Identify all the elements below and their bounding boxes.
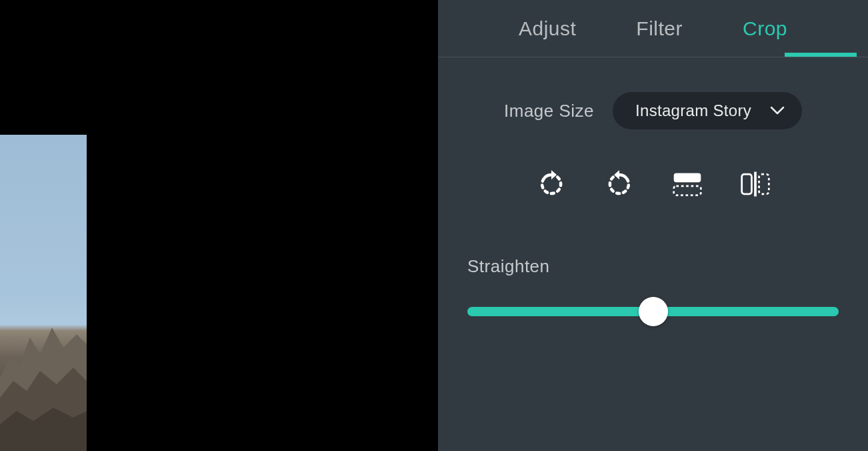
flip-vertical-button[interactable] xyxy=(739,168,771,200)
straighten-slider[interactable] xyxy=(467,297,839,326)
rotate-right-button[interactable] xyxy=(603,168,635,200)
rotate-left-button[interactable] xyxy=(535,168,567,200)
svg-rect-9 xyxy=(759,174,769,194)
image-preview[interactable] xyxy=(0,135,87,451)
chevron-down-icon xyxy=(770,106,785,115)
flip-horizontal-button[interactable] xyxy=(671,168,703,200)
mountain-graphic xyxy=(0,318,87,451)
flip-horizontal-icon xyxy=(671,169,703,199)
straighten-label: Straighten xyxy=(467,256,839,277)
rotate-right-icon xyxy=(605,169,634,199)
svg-marker-4 xyxy=(614,170,619,179)
tab-adjust[interactable]: Adjust xyxy=(519,17,576,40)
straighten-block: Straighten xyxy=(467,256,839,326)
tab-underline xyxy=(785,53,857,57)
tab-filter[interactable]: Filter xyxy=(636,17,683,40)
transform-tool-row xyxy=(467,168,839,200)
svg-marker-3 xyxy=(551,170,557,179)
crop-controls: Image Size Instagram Story xyxy=(438,57,868,326)
svg-rect-8 xyxy=(741,174,751,194)
image-size-value: Instagram Story xyxy=(635,101,751,120)
tabs-bar: Adjust Filter Crop xyxy=(438,0,868,57)
svg-rect-7 xyxy=(754,172,757,197)
image-size-dropdown[interactable]: Instagram Story xyxy=(613,92,802,129)
flip-vertical-icon xyxy=(739,169,771,199)
canvas-area xyxy=(0,0,438,451)
edit-side-panel: Adjust Filter Crop Image Size Instagram … xyxy=(438,0,868,451)
image-size-label: Image Size xyxy=(504,101,594,121)
rotate-left-icon xyxy=(537,169,566,199)
svg-rect-5 xyxy=(673,173,701,182)
svg-rect-6 xyxy=(673,186,701,195)
tab-crop[interactable]: Crop xyxy=(743,17,787,40)
image-size-row: Image Size Instagram Story xyxy=(467,92,839,129)
slider-thumb[interactable] xyxy=(639,297,668,326)
